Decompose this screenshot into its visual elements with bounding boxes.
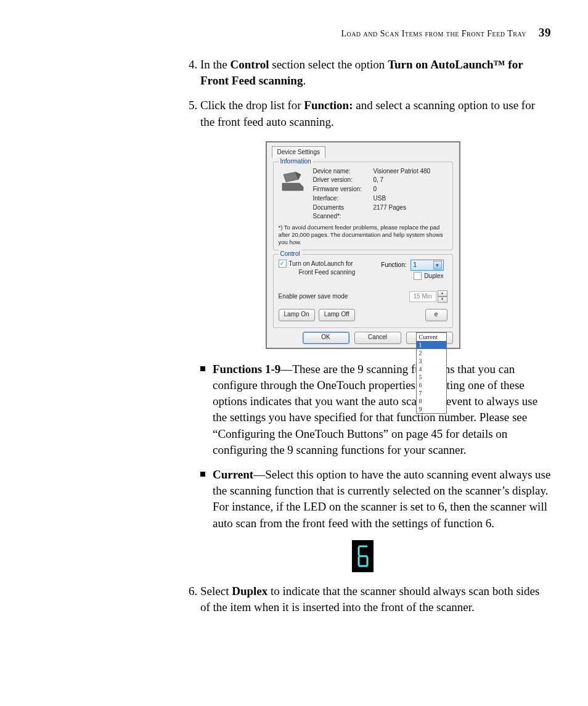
spin-down-icon[interactable]: ▼ <box>438 297 447 303</box>
bullet-current: Current—Select this option to have the a… <box>213 467 551 532</box>
option-current[interactable]: Current <box>417 333 446 341</box>
info-footnote: *) To avoid document feeder problems, pl… <box>279 224 447 246</box>
header-title: Load and Scan Items from the Front Feed … <box>341 29 526 38</box>
lamp-on-button[interactable]: Lamp On <box>279 309 315 321</box>
spin-up-icon[interactable]: ▲ <box>438 290 447 297</box>
bullet-functions-1-9: Functions 1-9—These are the 9 scanning f… <box>213 361 551 458</box>
tab-device-settings[interactable]: Device Settings <box>272 146 325 158</box>
step-4: In the Control section select the option… <box>200 57 551 89</box>
duplex-checkbox[interactable]: ✓ <box>414 272 422 280</box>
step-6: Select Duplex to indicate that the scann… <box>200 583 551 615</box>
option-1[interactable]: 1 <box>417 341 446 349</box>
option-4[interactable]: 4 <box>417 365 446 373</box>
option-2[interactable]: 2 <box>417 349 446 357</box>
autolaunch-checkbox[interactable]: ✓ <box>279 260 287 268</box>
led-display-icon <box>352 540 374 572</box>
device-settings-dialog: Device Settings Information Device name:… <box>266 141 460 349</box>
power-save-label: Enable power save mode <box>279 292 348 301</box>
control-group: Control ✓ Turn on AutoLaunch for Front F… <box>273 254 453 328</box>
function-dropdown[interactable]: 1 ▼ <box>410 260 444 271</box>
option-9[interactable]: 9 <box>417 405 446 413</box>
option-8[interactable]: 8 <box>417 397 446 405</box>
cancel-button[interactable]: Cancel <box>354 332 401 344</box>
option-3[interactable]: 3 <box>417 357 446 365</box>
scanner-icon <box>279 168 307 193</box>
lamp-off-button[interactable]: Lamp Off <box>319 309 355 321</box>
ok-button[interactable]: OK <box>303 332 349 344</box>
information-group: Information Device name:Visioneer Patrio… <box>273 162 453 250</box>
power-save-spinner[interactable]: 15 Min ▲▼ <box>409 290 447 303</box>
option-7[interactable]: 7 <box>417 389 446 397</box>
chevron-down-icon: ▼ <box>433 261 442 269</box>
step-5: Click the drop list for Function: and se… <box>200 97 551 129</box>
function-dropdown-list[interactable]: Current 1 2 3 4 5 6 7 8 9 <box>416 332 447 414</box>
option-6[interactable]: 6 <box>417 381 446 389</box>
option-5[interactable]: 5 <box>417 373 446 381</box>
restore-button[interactable]: e <box>425 309 447 321</box>
running-header: Load and Scan Items from the Front Feed … <box>0 26 551 39</box>
function-label: Function: <box>381 261 406 269</box>
page-number: 39 <box>539 26 551 39</box>
info-table: Device name:Visioneer Patriot 480 Driver… <box>313 167 431 221</box>
